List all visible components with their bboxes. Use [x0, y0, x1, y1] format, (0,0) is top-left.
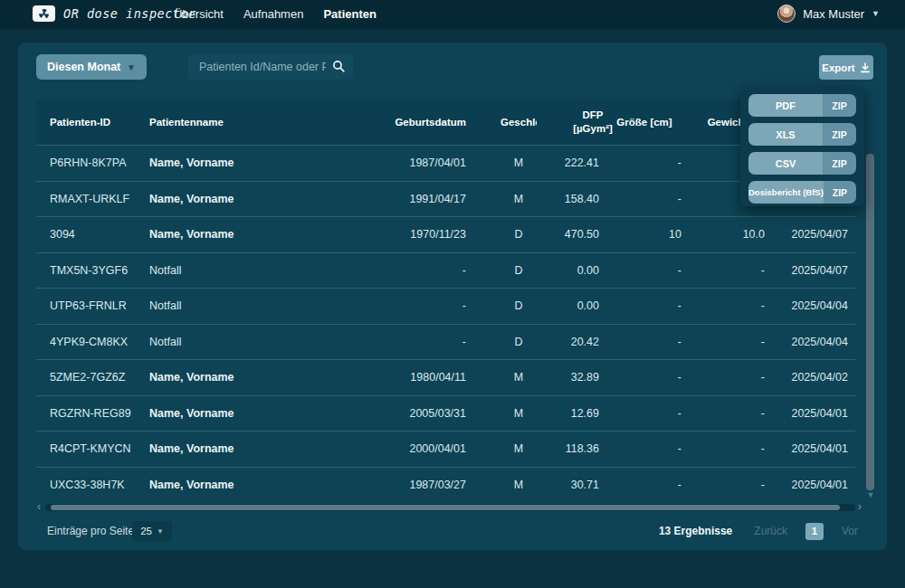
- chevron-down-icon: ▼: [157, 527, 164, 536]
- nav-item-patienten[interactable]: Patienten: [323, 7, 376, 21]
- table-cell: -: [607, 432, 681, 467]
- pagination-current-page[interactable]: 1: [805, 523, 824, 540]
- table-cell: -: [607, 468, 681, 503]
- export-option-xls[interactable]: XLS ZIP: [748, 123, 856, 146]
- table-cell: Notfall: [149, 325, 308, 360]
- table-cell: P6RHN-8K7PA: [50, 146, 140, 181]
- table-cell: Name, Vorname: [149, 217, 308, 252]
- table-cell: 470.50: [525, 217, 599, 252]
- app-logo: [33, 5, 55, 22]
- table-cell: 12.69: [525, 396, 599, 432]
- table-row[interactable]: R4CPT-KMYCNName, Vorname2000/04/01M118.3…: [36, 431, 855, 467]
- nav-item-uebersicht[interactable]: Übersicht: [174, 7, 224, 21]
- pagination-prev-button[interactable]: Zurück: [754, 525, 787, 537]
- export-zip-label[interactable]: ZIP: [823, 123, 856, 146]
- table-cell: -: [607, 360, 681, 395]
- export-button-label: Export: [822, 62, 854, 73]
- table-cell: Name, Vorname: [149, 360, 308, 395]
- export-format-label[interactable]: XLS: [748, 123, 823, 146]
- per-page-value: 25: [140, 526, 152, 536]
- period-filter-select[interactable]: Diesen Monat ▼: [36, 54, 147, 80]
- per-page-label: Einträge pro Seite: [47, 525, 134, 537]
- export-format-label[interactable]: CSV: [748, 152, 823, 175]
- table-cell: UXC33-38H7K: [50, 468, 140, 503]
- export-format-label[interactable]: PDF: [748, 94, 823, 117]
- results-count: 13 Ergebnisse: [659, 525, 732, 537]
- scroll-left-icon[interactable]: ‹: [37, 499, 41, 514]
- export-button[interactable]: Export: [819, 55, 873, 80]
- search-icon: [332, 60, 346, 77]
- user-avatar: [777, 5, 795, 23]
- export-zip-label[interactable]: ZIP: [824, 181, 856, 204]
- table-cell: 1987/03/27: [330, 468, 466, 503]
- table-cell: 1980/04/11: [330, 360, 466, 395]
- table-cell: R4CPT-KMYCN: [50, 432, 140, 467]
- export-option-csv[interactable]: CSV ZIP: [748, 152, 856, 175]
- user-name: Max Muster: [803, 7, 864, 21]
- table-body: P6RHN-8K7PAName, Vorname1987/04/01M222.4…: [36, 145, 855, 502]
- radiation-icon: [37, 7, 51, 21]
- content-card: Diesen Monat ▼ Export PDF ZIP XLS ZIP CS…: [18, 43, 887, 550]
- table-cell: 3094: [50, 217, 140, 252]
- col-header-groesse[interactable]: Größe [cm]: [607, 100, 681, 145]
- patients-table: Patienten-ID Patientenname Geburtsdatum …: [36, 100, 855, 502]
- table-cell: 1970/11/23: [330, 217, 466, 252]
- table-cell: -: [330, 253, 466, 289]
- table-header: Patienten-ID Patientenname Geburtsdatum …: [36, 100, 855, 145]
- table-cell: Name, Vorname: [149, 468, 308, 503]
- table-row[interactable]: UTP63-FRNLRNotfall-D0.00--2025/04/04: [36, 288, 855, 324]
- table-cell: 10.0: [691, 217, 765, 252]
- table-cell: -: [607, 325, 681, 360]
- table-cell: 158.40: [525, 182, 599, 217]
- user-menu[interactable]: Max Muster ▼: [777, 0, 880, 27]
- horizontal-scrollbar-thumb[interactable]: [51, 505, 840, 510]
- table-cell: Name, Vorname: [149, 432, 308, 467]
- horizontal-scrollbar-track[interactable]: [45, 504, 855, 511]
- export-zip-label[interactable]: ZIP: [823, 152, 856, 175]
- export-zip-label[interactable]: ZIP: [823, 94, 856, 117]
- table-row[interactable]: UXC33-38H7KName, Vorname1987/03/27M30.71…: [36, 467, 855, 503]
- per-page-select[interactable]: 25 ▼: [132, 521, 172, 541]
- scroll-down-icon[interactable]: ▼: [865, 490, 876, 499]
- pagination-next-button[interactable]: Vor: [842, 525, 858, 537]
- table-cell: -: [691, 468, 765, 503]
- table-cell: -: [330, 289, 466, 324]
- col-header-patientenname[interactable]: Patientenname: [149, 100, 308, 145]
- top-navbar: OR dose inspector Übersicht Aufnahmen Pa…: [0, 0, 905, 27]
- table-cell: 2025/04/04: [769, 325, 848, 360]
- search-input[interactable]: [188, 54, 353, 80]
- table-cell: Notfall: [149, 289, 308, 324]
- export-format-label[interactable]: Dosisbericht (BfS): [748, 181, 824, 204]
- table-cell: -: [691, 432, 765, 467]
- table-row[interactable]: RGZRN-REG89Name, Vorname2005/03/31M12.69…: [36, 395, 855, 432]
- table-cell: 118.36: [525, 432, 599, 467]
- table-cell: 5ZME2-7GZ6Z: [50, 360, 140, 395]
- table-cell: 222.41: [525, 146, 599, 181]
- table-cell: 2025/04/07: [769, 253, 848, 289]
- table-cell: -: [691, 396, 765, 432]
- table-cell: 20.42: [525, 325, 599, 360]
- table-cell: 10: [607, 217, 681, 252]
- col-header-geburtsdatum[interactable]: Geburtsdatum: [330, 100, 466, 145]
- table-cell: Name, Vorname: [149, 182, 308, 217]
- scroll-right-icon[interactable]: ›: [858, 499, 862, 514]
- table-row[interactable]: TMX5N-3YGF6Notfall-D0.00--2025/04/07: [36, 252, 855, 289]
- search-field-wrap: [188, 54, 353, 80]
- period-filter-value: Diesen Monat: [47, 61, 127, 73]
- pagination: 13 Ergebnisse Zurück 1 Vor: [659, 521, 858, 541]
- table-row[interactable]: 3094Name, Vorname1970/11/23D470.501010.0…: [36, 216, 855, 252]
- table-cell: -: [691, 325, 765, 360]
- table-row[interactable]: P6RHN-8K7PAName, Vorname1987/04/01M222.4…: [36, 145, 855, 181]
- col-header-patienten-id[interactable]: Patienten-ID: [50, 100, 140, 145]
- table-cell: 2025/04/01: [769, 432, 848, 467]
- nav-item-aufnahmen[interactable]: Aufnahmen: [243, 7, 304, 21]
- table-footer: Einträge pro Seite 25 ▼ 13 Ergebnisse Zu…: [18, 517, 887, 547]
- vertical-scrollbar-thumb[interactable]: [866, 154, 874, 490]
- export-option-pdf[interactable]: PDF ZIP: [748, 94, 856, 117]
- col-header-geschlecht[interactable]: Geschlecht: [500, 100, 537, 145]
- table-row[interactable]: RMAXT-URKLFName, Vorname1991/04/17M158.4…: [36, 181, 855, 217]
- table-row[interactable]: 4YPK9-CM8KXNotfall-D20.42--2025/04/04: [36, 324, 855, 360]
- table-row[interactable]: 5ZME2-7GZ6ZName, Vorname1980/04/11M32.89…: [36, 359, 855, 395]
- table-cell: 2025/04/04: [769, 289, 848, 324]
- export-option-dosisbericht[interactable]: Dosisbericht (BfS) ZIP: [748, 181, 856, 204]
